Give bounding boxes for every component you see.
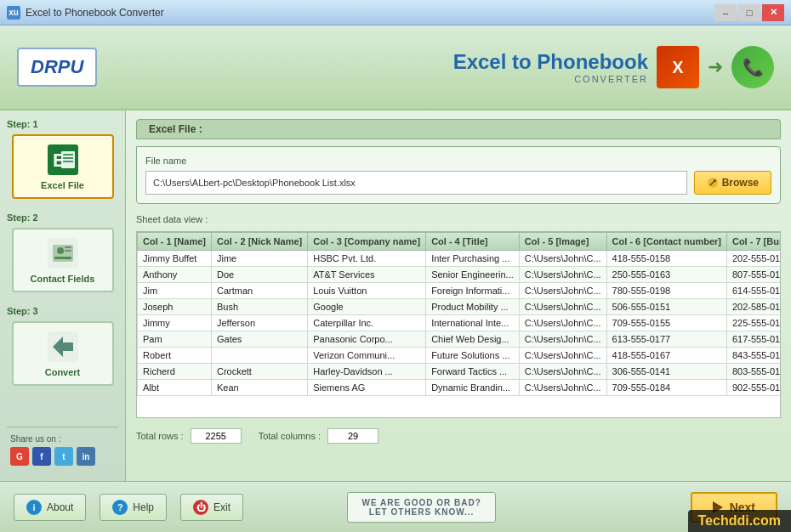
header: DRPU Excel to Phonebook CONVERTER X ➜ 📞	[0, 25, 791, 110]
twitter-share-icon[interactable]: t	[54, 447, 73, 466]
content-area: Excel File : File name Browse Sheet d	[126, 110, 791, 481]
header-row: Col - 1 [Name]Col - 2 [Nick Name]Col - 3…	[138, 233, 782, 251]
data-table: Col - 1 [Name]Col - 2 [Nick Name]Col - 3…	[137, 232, 781, 396]
table-header-cell: Col - 5 [Image]	[519, 233, 606, 251]
table-cell: Crockett	[211, 364, 307, 380]
table-row: Jimmy BuffetJimeHSBC Pvt. Ltd.Inter Purc…	[138, 251, 782, 267]
table-cell: C:\Users\John\C...	[519, 364, 606, 380]
table-cell: Richerd	[138, 364, 212, 380]
header-title-line1: Excel to Phonebook	[453, 50, 648, 74]
table-row: AnthonyDoeAT&T ServicesSenior Engineerin…	[138, 267, 782, 283]
table-cell: C:\Users\John\C...	[519, 283, 606, 299]
browse-label: Browse	[722, 177, 759, 189]
table-cell: Product Mobility ...	[426, 299, 520, 315]
table-cell: International Inte...	[426, 315, 520, 331]
total-rows-group: Total rows : 2255	[136, 428, 242, 444]
table-cell: HSBC Pvt. Ltd.	[308, 251, 426, 267]
facebook-share-icon[interactable]: f	[32, 447, 51, 466]
stats-row: Total rows : 2255 Total columns : 29	[136, 425, 781, 447]
table-cell: C:\Users\John\C...	[519, 251, 606, 267]
table-cell: Bush	[211, 299, 307, 315]
table-cell: Doe	[211, 267, 307, 283]
help-label: Help	[133, 501, 154, 513]
convert-step-icon	[46, 330, 80, 364]
svg-rect-2	[61, 151, 75, 168]
table-cell: 709-555-0155	[606, 315, 726, 331]
table-cell: C:\Users\John\C...	[519, 315, 606, 331]
step2-name: Contact Fields	[31, 274, 95, 284]
table-cell: 709-555-0184	[606, 380, 726, 396]
table-cell: Jime	[211, 251, 307, 267]
table-cell: Verizon Communi...	[308, 348, 426, 364]
table-cell: 843-555-0123	[726, 348, 781, 364]
arrow-icon: ➜	[708, 56, 723, 78]
table-cell: Joseph	[138, 299, 212, 315]
table-cell: C:\Users\John\C...	[519, 267, 606, 283]
excel-logo-icon: X	[657, 46, 699, 88]
about-icon: i	[26, 500, 42, 515]
google-share-icon[interactable]: G	[10, 447, 29, 466]
table-container[interactable]: Col - 1 [Name]Col - 2 [Nick Name]Col - 3…	[136, 231, 781, 418]
table-cell	[211, 348, 307, 364]
step2-box[interactable]: Contact Fields	[12, 228, 114, 292]
table-row: RobertVerizon Communi...Future Solutions…	[138, 348, 782, 364]
table-header-cell: Col - 6 [Contact number]	[606, 233, 726, 251]
phonebook-icon: 📞	[731, 46, 774, 88]
table-cell: Future Solutions ...	[426, 348, 520, 364]
step3-section: Step: 3 Convert	[7, 306, 118, 386]
step3-name: Convert	[45, 367, 81, 377]
table-cell: Caterpillar Inc.	[308, 315, 426, 331]
about-button[interactable]: i About	[14, 494, 86, 521]
table-cell: Kean	[211, 380, 307, 396]
step3-label: Step: 3	[7, 306, 38, 316]
table-cell: Inter Purchasing ...	[426, 251, 520, 267]
table-header-cell: Col - 3 [Company name]	[308, 233, 426, 251]
table-cell: 613-555-0177	[606, 331, 726, 348]
table-cell: 202-555-0173	[726, 251, 781, 267]
table-row: JimmyJeffersonCaterpillar Inc.Internatio…	[138, 315, 782, 331]
table-cell: 803-555-0171	[726, 364, 781, 380]
file-name-label: File name	[145, 156, 771, 166]
table-cell: Dynamic Brandin...	[426, 380, 520, 396]
table-cell: Panasonic Corpo...	[308, 331, 426, 348]
step2-label: Step: 2	[7, 212, 38, 223]
table-cell: Chief Web Desig...	[426, 331, 520, 348]
table-cell: C:\Users\John\C...	[519, 348, 606, 364]
svg-point-8	[57, 247, 64, 254]
svg-rect-9	[54, 257, 71, 259]
table-row: AlbtKeanSiemens AGDynamic Brandin...C:\U…	[138, 380, 782, 396]
table-cell: Gates	[211, 331, 307, 348]
window-controls: – □ ✕	[714, 4, 784, 21]
step3-box[interactable]: Convert	[12, 321, 114, 386]
logo-box: DRPU	[17, 48, 97, 87]
table-cell: Robert	[138, 348, 212, 364]
step1-section: Step: 1 E Excel File	[7, 119, 118, 199]
banner-line2: LET OTHERS KNOW...	[361, 507, 481, 517]
total-rows-value: 2255	[191, 428, 242, 444]
body: Step: 1 E Excel File	[0, 110, 791, 481]
other-share-icon[interactable]: in	[77, 447, 95, 466]
table-cell: Pam	[138, 331, 212, 348]
minimize-button[interactable]: –	[714, 4, 737, 21]
table-cell: 250-555-0163	[606, 267, 726, 283]
table-cell: 902-555-0178	[726, 380, 781, 396]
total-columns-group: Total columns : 29	[259, 428, 378, 444]
table-cell: 202-585-0124	[726, 299, 781, 315]
table-header-cell: Col - 1 [Name]	[138, 233, 212, 251]
step1-label: Step: 1	[7, 119, 38, 129]
exit-button[interactable]: ⏻ Exit	[180, 494, 243, 521]
exit-label: Exit	[213, 501, 230, 513]
table-header-cell: Col - 4 [Title]	[426, 233, 520, 251]
maximize-button[interactable]: □	[738, 4, 760, 21]
file-path-input[interactable]	[145, 171, 687, 195]
close-button[interactable]: ✕	[762, 4, 784, 21]
browse-button[interactable]: Browse	[694, 171, 771, 195]
table-header: Col - 1 [Name]Col - 2 [Nick Name]Col - 3…	[138, 233, 782, 251]
table-cell: 617-555-0116	[726, 331, 781, 348]
table-cell: Siemens AG	[308, 380, 426, 396]
table-cell: 306-555-0141	[606, 364, 726, 380]
help-button[interactable]: ? Help	[100, 494, 167, 521]
step1-box[interactable]: E Excel File	[12, 134, 114, 199]
about-label: About	[47, 501, 73, 513]
watermark: Techddi.com	[688, 510, 792, 532]
